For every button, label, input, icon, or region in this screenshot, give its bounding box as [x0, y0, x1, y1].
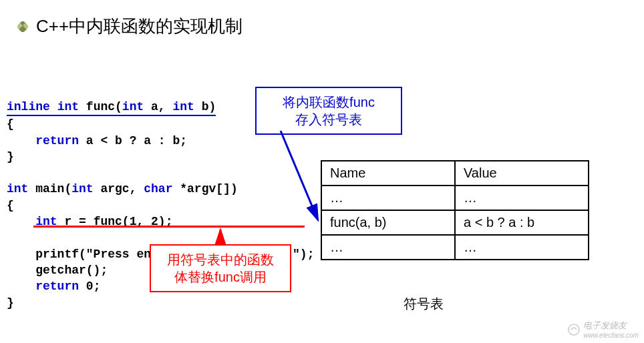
- diamond-bullet-icon: [17, 21, 28, 32]
- callout-line: 体替换func调用: [163, 268, 278, 286]
- watermark-brand: 电子发烧友: [583, 320, 639, 332]
- slide-title: C++中内联函数的实现机制: [36, 15, 243, 38]
- table-row: func(a, b) a < b ? a : b: [321, 210, 589, 235]
- callout-line: 将内联函数func: [269, 93, 389, 111]
- watermark-url: www.elecfans.com: [583, 332, 639, 339]
- slide-title-row: C++中内联函数的实现机制: [17, 15, 243, 38]
- code-line: {: [7, 198, 314, 214]
- code-line: return a < b ? a : b;: [7, 133, 314, 149]
- callout-replace-call: 用符号表中的函数 体替换func调用: [150, 244, 291, 292]
- code-line: }: [7, 295, 314, 311]
- table-header-row: Name Value: [321, 161, 589, 186]
- table-caption: 符号表: [404, 295, 444, 313]
- table-row: … …: [321, 235, 589, 260]
- svg-point-4: [569, 324, 579, 335]
- red-underline: [33, 226, 305, 228]
- code-line: int main(int argc, char *argv[]): [7, 181, 314, 197]
- table-row: … …: [321, 186, 589, 210]
- cell: …: [455, 235, 589, 260]
- col-header-value: Value: [455, 161, 589, 186]
- callout-line: 用符号表中的函数: [163, 251, 278, 268]
- cell: a < b ? a : b: [455, 210, 589, 235]
- cell: …: [455, 186, 589, 210]
- cell: …: [321, 186, 455, 210]
- col-header-name: Name: [321, 161, 455, 186]
- callout-store-symbol-table: 将内联函数func 存入符号表: [255, 87, 402, 135]
- callout-line: 存入符号表: [269, 111, 389, 128]
- symbol-table: Name Value … … func(a, b) a < b ? a : b …: [321, 160, 589, 260]
- watermark: 电子发烧友 www.elecfans.com: [567, 320, 639, 339]
- code-line: }: [7, 149, 314, 165]
- code-blank: [7, 165, 314, 181]
- cell: func(a, b): [321, 210, 455, 235]
- cell: …: [321, 235, 455, 260]
- logo-icon: [567, 323, 581, 336]
